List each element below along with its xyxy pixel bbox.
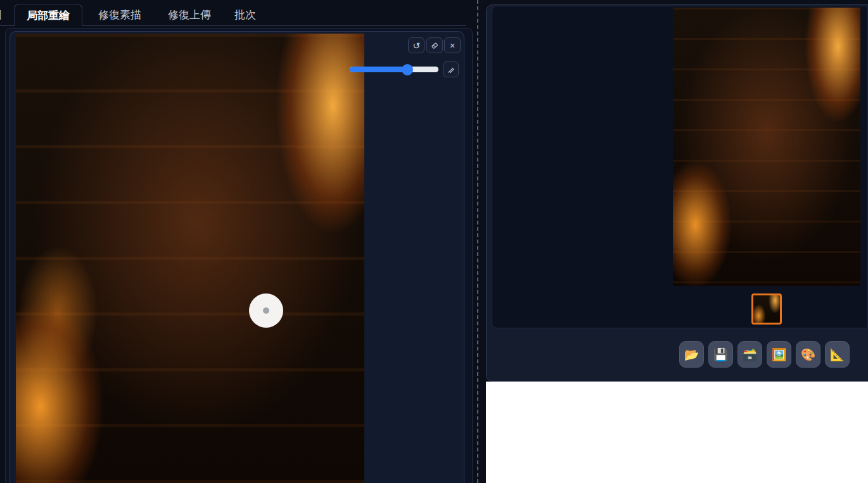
eraser-icon xyxy=(430,41,439,50)
palette-icon: 🎨 xyxy=(801,349,816,361)
close-image-button[interactable]: × xyxy=(444,37,461,53)
result-preview-image[interactable] xyxy=(673,8,860,286)
folder-icon: 📂 xyxy=(684,349,699,361)
gallery-thumbnail-selected[interactable] xyxy=(751,293,782,325)
undo-button[interactable]: ↺ xyxy=(408,37,424,53)
info-iframe-area xyxy=(486,382,868,483)
brush-size-icon xyxy=(446,65,456,74)
card-file-box-icon: 🗃️ xyxy=(743,349,758,361)
adjust-brush-size-button[interactable] xyxy=(443,61,459,77)
tab-partial-label: 圖 xyxy=(0,8,2,22)
brush-cursor[interactable] xyxy=(249,293,283,328)
tab-partial-left[interactable]: 圖 xyxy=(0,5,6,25)
tab-batch[interactable]: 批次 xyxy=(229,4,261,26)
brush-size-slider-thumb[interactable] xyxy=(402,64,413,75)
gallery-action-buttons: 📂 💾 🗃️ 🖼️ 🎨 📐 xyxy=(679,341,850,368)
save-image-button[interactable]: 💾 xyxy=(708,341,733,368)
floppy-save-icon: 💾 xyxy=(713,349,729,361)
brush-cursor-center-dot xyxy=(263,307,269,314)
tab-inpaint[interactable]: 局部重繪 xyxy=(14,4,82,26)
send-to-inpaint-button[interactable]: 🎨 xyxy=(796,341,820,368)
eraser-button[interactable] xyxy=(426,37,443,53)
pane-resize-handle[interactable] xyxy=(477,0,478,483)
triangular-ruler-icon: 📐 xyxy=(830,349,845,361)
brush-size-slider-fill xyxy=(350,67,407,72)
tab-inpaint-upload[interactable]: 修復上傳 xyxy=(163,4,215,26)
save-zip-button[interactable]: 🗃️ xyxy=(737,341,762,368)
open-folder-button[interactable]: 📂 xyxy=(679,341,704,368)
framed-picture-icon: 🖼️ xyxy=(772,349,787,361)
inpaint-canvas-image[interactable] xyxy=(16,34,364,483)
send-to-extras-button[interactable]: 📐 xyxy=(825,341,850,368)
send-to-img2img-button[interactable]: 🖼️ xyxy=(767,341,791,368)
tab-inpaint-sketch[interactable]: 修復素描 xyxy=(94,4,146,26)
brush-size-slider[interactable] xyxy=(350,67,438,72)
